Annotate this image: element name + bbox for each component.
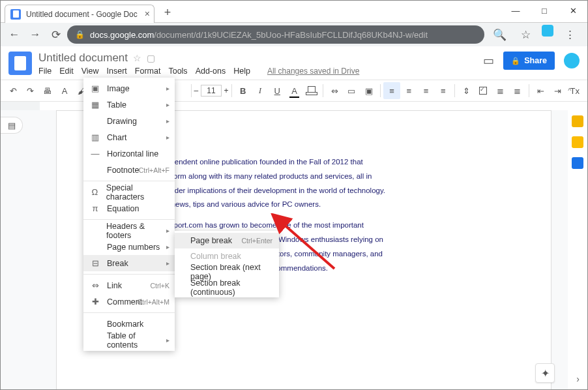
reload-button[interactable]: ⟳ bbox=[46, 25, 66, 44]
left-gutter: ▤ bbox=[1, 110, 40, 389]
submenu-arrow-icon: ▸ bbox=[166, 134, 169, 141]
menu-format[interactable]: Format bbox=[135, 67, 161, 76]
bookmark-star-icon[interactable]: ☆ bbox=[516, 25, 535, 44]
submenu-arrow-icon: ▸ bbox=[166, 227, 169, 234]
menu-edit[interactable]: Edit bbox=[59, 67, 74, 76]
docs-app: Untitled document ☆ ▢ File Edit View Ins… bbox=[1, 46, 587, 389]
star-icon[interactable]: ☆ bbox=[133, 53, 141, 63]
numbered-list-button[interactable]: ≣ bbox=[509, 82, 526, 99]
docs-logo-icon[interactable] bbox=[8, 52, 32, 75]
open-comments-icon[interactable]: ▭ bbox=[483, 53, 494, 68]
print-button[interactable]: 🖶 bbox=[39, 82, 56, 99]
menu-item-chart[interactable]: ▥Chart▸ bbox=[83, 129, 175, 145]
menu-item-break[interactable]: ⊟Break▸ bbox=[83, 255, 175, 271]
menu-help[interactable]: Help bbox=[233, 67, 250, 76]
menu-tools[interactable]: Tools bbox=[168, 67, 187, 76]
menu-item-hline[interactable]: —Horizontal line bbox=[83, 145, 175, 162]
checklist-button[interactable] bbox=[475, 82, 492, 99]
omega-icon: Ω bbox=[90, 187, 100, 197]
minimize-button[interactable]: — bbox=[501, 1, 530, 20]
menu-item-equation[interactable]: πEquation bbox=[83, 200, 175, 217]
size-value[interactable]: 11 bbox=[201, 85, 221, 97]
menu-view[interactable]: View bbox=[81, 67, 99, 76]
size-minus[interactable]: – bbox=[194, 86, 199, 95]
table-icon: ▦ bbox=[90, 100, 100, 110]
url-path: /document/d/1k9UCiEZAk_5bUoo-HFaBsIubFCL… bbox=[154, 30, 428, 40]
line-spacing-button[interactable]: ⇕ bbox=[458, 82, 475, 99]
menu-item-special-chars[interactable]: ΩSpecial characters bbox=[83, 184, 175, 200]
menu-insert[interactable]: Insert bbox=[107, 67, 127, 76]
tab-close-icon[interactable]: × bbox=[145, 9, 150, 18]
address-bar[interactable]: 🔒 docs.google.com/document/d/1k9UCiEZAk_… bbox=[67, 25, 484, 44]
decrease-indent-button[interactable]: ⇤ bbox=[532, 82, 549, 99]
align-left-button[interactable]: ≡ bbox=[383, 82, 400, 99]
menu-item-footnote[interactable]: FootnoteCtrl+Alt+F bbox=[83, 162, 175, 178]
menu-separator bbox=[83, 274, 175, 275]
new-tab-button[interactable]: + bbox=[158, 6, 177, 20]
outline-toggle[interactable]: ▤ bbox=[1, 117, 23, 134]
bulleted-list-button[interactable]: ≣ bbox=[492, 82, 508, 99]
save-status[interactable]: All changes saved in Drive bbox=[267, 67, 359, 76]
menu-separator bbox=[83, 219, 175, 220]
menu-item-section-break-next[interactable]: Section break (next page) bbox=[175, 264, 279, 280]
forward-button[interactable]: → bbox=[25, 25, 45, 44]
page-zoom-icon[interactable]: 🔍 bbox=[490, 25, 509, 44]
undo-button[interactable]: ↶ bbox=[5, 82, 22, 99]
scroll-right-icon[interactable]: › bbox=[576, 374, 580, 384]
menu-item-table[interactable]: ▦Table▸ bbox=[83, 97, 175, 113]
calendar-icon[interactable] bbox=[572, 115, 583, 127]
text-color-button[interactable]: A bbox=[286, 82, 302, 99]
separator bbox=[231, 84, 232, 97]
maximize-button[interactable]: □ bbox=[530, 1, 559, 20]
window-controls: — □ ✕ bbox=[501, 1, 587, 20]
menu-item-link[interactable]: ⇔LinkCtrl+K bbox=[83, 277, 175, 293]
highlight-button[interactable] bbox=[303, 82, 320, 99]
align-justify-button[interactable]: ≡ bbox=[435, 82, 452, 99]
align-center-button[interactable]: ≡ bbox=[400, 82, 417, 99]
menu-item-headers[interactable]: Headers & footers▸ bbox=[83, 222, 175, 239]
menu-item-page-break[interactable]: Page breakCtrl+Enter bbox=[175, 233, 279, 248]
highlight-icon bbox=[306, 86, 317, 95]
add-comment-button[interactable]: ▭ bbox=[343, 82, 360, 99]
align-right-button[interactable]: ≡ bbox=[417, 82, 434, 99]
italic-button[interactable]: I bbox=[252, 82, 269, 99]
insert-link-button[interactable]: ⇔ bbox=[326, 82, 343, 99]
move-icon[interactable]: ▢ bbox=[147, 53, 155, 63]
submenu-arrow-icon: ▸ bbox=[166, 260, 169, 267]
redo-button[interactable]: ↷ bbox=[22, 82, 38, 99]
insert-image-button[interactable]: ▣ bbox=[360, 82, 377, 99]
spellcheck-button[interactable]: A bbox=[56, 82, 73, 99]
menu-file[interactable]: File bbox=[38, 67, 51, 76]
share-button[interactable]: 🔒Share bbox=[503, 52, 555, 70]
menu-item-pagenumbers[interactable]: Page numbers▸ bbox=[83, 239, 175, 255]
submenu-arrow-icon: ▸ bbox=[166, 117, 169, 125]
menu-item-comment[interactable]: ✚CommentCtrl+Alt+M bbox=[83, 293, 175, 310]
underline-button[interactable]: U bbox=[269, 82, 286, 99]
document-title[interactable]: Untitled document bbox=[38, 52, 128, 65]
submenu-arrow-icon: ▸ bbox=[166, 243, 169, 250]
menu-item-toc[interactable]: Table of contents▸ bbox=[83, 332, 175, 348]
extension-icon[interactable] bbox=[542, 25, 553, 37]
menu-item-section-break-cont[interactable]: Section break (continuous) bbox=[175, 280, 279, 295]
menu-item-image[interactable]: ▣Image▸ bbox=[83, 80, 175, 97]
size-plus[interactable]: + bbox=[224, 86, 229, 95]
separator bbox=[529, 84, 529, 97]
hline-icon: — bbox=[90, 149, 100, 158]
url-host: docs.google.com bbox=[90, 30, 154, 40]
account-avatar[interactable] bbox=[564, 53, 580, 68]
keep-icon[interactable] bbox=[572, 136, 583, 148]
menu-item-bookmark[interactable]: Bookmark bbox=[83, 316, 175, 332]
browser-tab[interactable]: Untitled document - Google Doc × bbox=[5, 5, 154, 23]
hide-menus-toggle[interactable]: ^ bbox=[561, 82, 578, 99]
break-submenu-popup: Page breakCtrl+Enter Column break Sectio… bbox=[175, 231, 279, 297]
back-button[interactable]: ← bbox=[5, 25, 24, 44]
menu-addons[interactable]: Add-ons bbox=[196, 67, 226, 76]
bold-button[interactable]: B bbox=[235, 82, 252, 99]
menu-item-drawing[interactable]: Drawing▸ bbox=[83, 113, 175, 129]
close-window-button[interactable]: ✕ bbox=[559, 1, 587, 20]
font-size-control[interactable]: – 11 + bbox=[194, 85, 229, 97]
tab-title: Untitled document - Google Doc bbox=[26, 10, 138, 19]
tasks-icon[interactable] bbox=[572, 157, 583, 169]
explore-button[interactable]: ✦ bbox=[535, 363, 555, 383]
browser-menu-icon[interactable]: ⋮ bbox=[560, 25, 580, 44]
